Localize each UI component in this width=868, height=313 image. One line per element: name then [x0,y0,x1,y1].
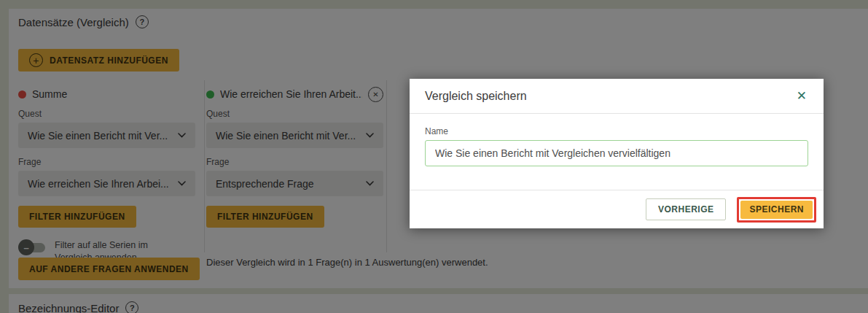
screen: Datensätze (Vergleich) ? + DATENSATZ HIN… [0,0,868,313]
save-comparison-modal: Vergleich speichern ✕ Name VORHERIGE SPE… [410,79,824,228]
name-label: Name [425,126,808,136]
modal-footer: VORHERIGE SPEICHERN [410,190,824,228]
modal-header: Vergleich speichern ✕ [410,79,824,114]
previous-button[interactable]: VORHERIGE [646,198,727,220]
modal-title: Vergleich speichern [425,90,527,103]
save-button[interactable]: SPEICHERN [740,201,813,219]
close-icon[interactable]: ✕ [795,88,808,104]
comparison-name-input[interactable] [425,140,808,166]
modal-body: Name [410,114,824,166]
annotation-highlight-box: SPEICHERN [737,197,816,223]
